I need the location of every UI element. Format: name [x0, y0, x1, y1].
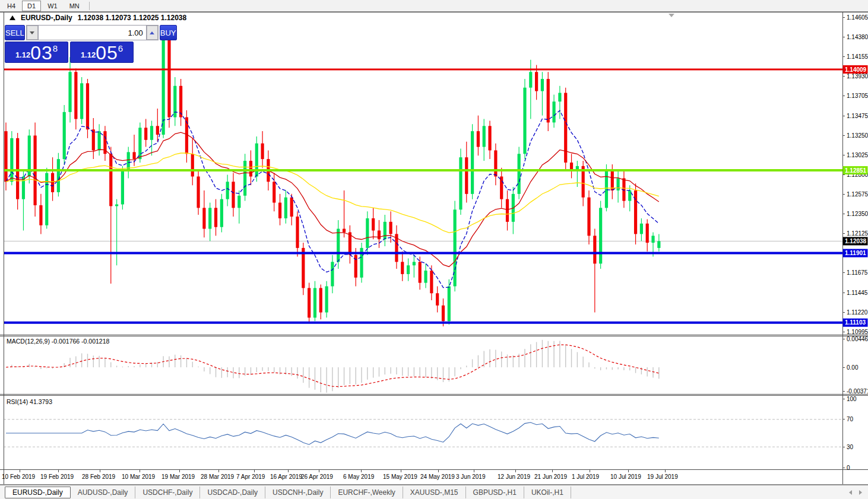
volume-decrease-button[interactable] [27, 26, 38, 40]
timeframe-button-w1[interactable]: W1 [42, 1, 63, 11]
candle-body [419, 262, 422, 282]
svg-text:1.13475: 1.13475 [847, 113, 868, 119]
svg-text:3 Jun 2019: 3 Jun 2019 [456, 473, 486, 480]
sell-price-pip: 8 [53, 43, 58, 53]
candle-body [459, 157, 462, 209]
timeframe-button-mn[interactable]: MN [64, 1, 85, 11]
candle-body [372, 218, 375, 231]
candle-body [86, 83, 89, 129]
svg-text:1 Jul 2019: 1 Jul 2019 [572, 473, 600, 480]
svg-text:10 Jul 2019: 10 Jul 2019 [610, 473, 641, 480]
buy-price-panel[interactable]: 1.12 05 6 [70, 42, 134, 63]
tab-xauusd-m15[interactable]: XAUUSD-,M15 [403, 487, 466, 498]
candle-body [634, 190, 637, 234]
chart-tabs-bar: EURUSD-,Daily AUDUSD-,Daily USDCHF-,Dail… [0, 485, 868, 499]
candle-body [541, 79, 544, 91]
chart-title: EURUSD-,Daily 1.12038 1.12073 1.12025 1.… [9, 13, 186, 22]
candle-body [39, 205, 42, 225]
buy-price-big: 05 [96, 44, 118, 62]
sell-price-panel[interactable]: 1.12 03 8 [5, 42, 68, 63]
tab-scroll-arrows [849, 490, 862, 495]
volume-input[interactable] [38, 26, 147, 40]
chart-canvas[interactable]: 1.146051.143801.141551.139301.137051.134… [0, 12, 868, 485]
candle-body [57, 159, 60, 192]
timeframe-button-h4[interactable]: H4 [2, 1, 21, 11]
scroll-left-icon[interactable] [849, 490, 852, 495]
price-badge: 1.12851 [843, 166, 868, 174]
candle-body [255, 144, 258, 177]
arrow-up-icon [150, 31, 154, 34]
svg-text:1.10995: 1.10995 [847, 329, 868, 335]
tab-eurusd-daily[interactable]: EURUSD-,Daily [5, 487, 71, 498]
one-click-trading-panel: SELL BUY 1.12 03 8 1.12 05 6 [5, 25, 134, 63]
svg-text:1.12575: 1.12575 [847, 191, 868, 198]
candle-body [138, 128, 141, 159]
candle-body [366, 218, 369, 248]
candle-body [144, 128, 147, 140]
chart-symbol-label: EURUSD-,Daily [21, 14, 72, 22]
svg-text:1.12851: 1.12851 [845, 167, 867, 174]
svg-text:1.13250: 1.13250 [847, 132, 868, 139]
chart-ohlc-quotes: 1.12038 1.12073 1.12025 1.12038 [78, 14, 187, 22]
tab-ukoil-h1[interactable]: UKOil-,H1 [524, 487, 571, 498]
svg-text:1.13930: 1.13930 [847, 73, 868, 80]
candle-body [331, 262, 334, 286]
candle-body [325, 286, 328, 312]
candle-body [296, 217, 299, 248]
sell-button[interactable]: SELL [5, 25, 25, 40]
candle-body [167, 39, 170, 117]
candle-body [232, 182, 235, 208]
candle-body [226, 182, 229, 199]
tab-gbpusd-h1[interactable]: GBPUSD-,H1 [466, 487, 524, 498]
candle-body [506, 199, 509, 222]
buy-price-base: 1.12 [81, 50, 96, 59]
candle-body [640, 224, 643, 234]
candle-body [401, 262, 404, 274]
candle-body [45, 173, 48, 225]
svg-text:0.00: 0.00 [847, 364, 859, 371]
tab-audusd-daily[interactable]: AUDUSD-,Daily [71, 487, 136, 498]
candle-body [243, 161, 246, 196]
candle-body [173, 86, 176, 117]
candle-body [494, 150, 497, 176]
buy-button[interactable]: BUY [160, 25, 177, 40]
candle-body [202, 208, 205, 228]
svg-text:10 Mar 2019: 10 Mar 2019 [122, 473, 156, 480]
candle-body [424, 271, 427, 283]
candle-body [657, 241, 660, 247]
svg-text:1.11675: 1.11675 [847, 269, 868, 276]
tab-usdcnh-daily[interactable]: USDCNH-,Daily [265, 487, 331, 498]
candle-body [121, 171, 124, 205]
tab-eurchf-weekly[interactable]: EURCHF-,Weekly [331, 487, 403, 498]
tab-usdchf-daily[interactable]: USDCHF-,Daily [135, 487, 200, 498]
svg-text:28 Mar 2019: 28 Mar 2019 [201, 473, 235, 480]
candle-body [261, 144, 264, 159]
svg-text:15 May 2019: 15 May 2019 [383, 473, 417, 480]
candle-body [308, 288, 311, 317]
candle-body [10, 138, 13, 182]
candle-body [523, 88, 526, 154]
scroll-right-icon[interactable] [859, 490, 862, 495]
candle-body [132, 152, 135, 159]
svg-text:6 May 2019: 6 May 2019 [343, 473, 375, 480]
macd-indicator-label: MACD(12,26,9) -0.001766 -0.001218 [7, 338, 109, 345]
tab-usdcad-daily[interactable]: USDCAD-,Daily [200, 487, 265, 498]
volume-increase-button[interactable] [147, 26, 158, 40]
candle-body [98, 131, 101, 150]
candle-body [564, 93, 567, 163]
svg-text:26 Apr 2019: 26 Apr 2019 [301, 473, 333, 480]
expand-arrow-icon[interactable] [9, 15, 15, 20]
candle-body [220, 199, 223, 227]
candle-body [471, 131, 474, 194]
timeframe-button-d1[interactable]: D1 [22, 1, 41, 11]
candle-body [611, 170, 614, 190]
svg-text:10 Feb 2019: 10 Feb 2019 [2, 473, 36, 480]
candle-body [558, 93, 561, 102]
candle-body [156, 126, 159, 135]
candle-body [628, 190, 631, 201]
svg-text:21 Jun 2019: 21 Jun 2019 [534, 473, 567, 480]
svg-text:1.13705: 1.13705 [847, 93, 868, 99]
timeframe-toolbar: H4 D1 W1 MN [0, 0, 868, 12]
candle-body [413, 262, 416, 265]
candle-body [150, 126, 153, 139]
